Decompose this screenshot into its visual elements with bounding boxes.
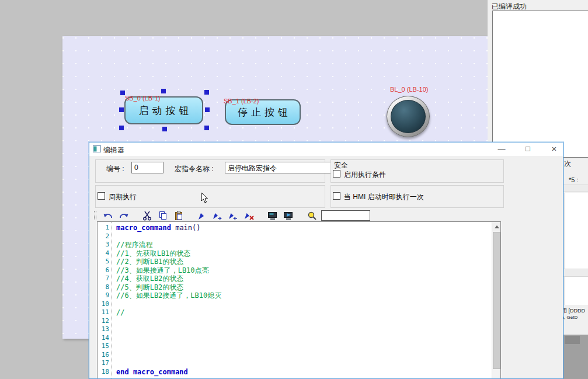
edge-text-fragment: 次 bbox=[564, 159, 571, 169]
dialog-icon bbox=[93, 145, 101, 152]
macro-editor-dialog: 编辑器 — □ × 编号 : 0 宏指令名称 : 启停电路宏指令 安全 启用执行… bbox=[89, 142, 563, 379]
selection-handle[interactable] bbox=[119, 107, 124, 112]
macro-name-input[interactable]: 启停电路宏指令 bbox=[225, 162, 339, 173]
object-tag-sb1: SB_1 (LB-2) bbox=[224, 98, 259, 105]
minimize-button[interactable]: — bbox=[491, 142, 512, 156]
startup-label: 当 HMI 启动时即执行一次 bbox=[344, 192, 424, 202]
code-line: 2 bbox=[98, 232, 491, 241]
enable-condition-label: 启用执行条件 bbox=[344, 170, 386, 180]
bookmark-next-icon[interactable] bbox=[211, 210, 224, 221]
canvas-button-stop-label: 停止按钮 bbox=[238, 106, 291, 119]
indicator-lamp[interactable] bbox=[387, 96, 430, 137]
code-line: 1macro_command main() bbox=[98, 224, 491, 232]
code-line: 13 bbox=[98, 325, 491, 334]
panel-divider bbox=[563, 269, 588, 277]
selection-handle[interactable] bbox=[161, 89, 166, 93]
cut-icon[interactable] bbox=[141, 210, 154, 221]
code-line: 10 bbox=[98, 300, 491, 309]
enable-condition-checkbox[interactable] bbox=[333, 170, 340, 178]
periodic-label: 周期执行 bbox=[109, 192, 137, 202]
object-tag-sb0: SB_0 (LB-1) bbox=[125, 95, 161, 102]
editor-toolbar bbox=[94, 208, 433, 222]
toolbar-grip[interactable] bbox=[94, 211, 96, 220]
scrollbar-thumb[interactable] bbox=[493, 232, 500, 369]
code-line: 12 bbox=[98, 317, 491, 326]
code-line: 18end macro_command bbox=[98, 368, 491, 377]
edge-text-fragment: *5 : bbox=[569, 176, 579, 183]
bookmark-toggle-icon[interactable] bbox=[196, 210, 208, 221]
code-line: 9//6、如果LB2接通了，LB10熄灭 bbox=[98, 291, 491, 300]
screen: 启动按钮 SB_0 (LB-1) 停止按钮 SB_1 (LB-2) BL_0 (… bbox=[0, 0, 588, 379]
code-line: 7//4、获取LB2的状态 bbox=[98, 274, 491, 283]
selection-handle[interactable] bbox=[204, 126, 209, 130]
paste-icon[interactable] bbox=[172, 210, 185, 221]
code-line: 3//程序流程 bbox=[98, 241, 491, 249]
compile-icon[interactable] bbox=[266, 210, 279, 221]
bookmark-clear-icon[interactable] bbox=[243, 210, 256, 221]
find-icon[interactable] bbox=[305, 210, 318, 221]
startup-checkbox[interactable] bbox=[333, 192, 340, 200]
selection-handle[interactable] bbox=[162, 127, 167, 131]
canvas-button-start-label: 启动按钮 bbox=[139, 104, 193, 117]
panel-divider bbox=[563, 185, 588, 192]
mouse-cursor-icon bbox=[201, 192, 209, 204]
macro-name-label: 宏指令名称 : bbox=[175, 164, 214, 174]
macro-id-label: 编号 : bbox=[106, 164, 124, 174]
find-input[interactable] bbox=[321, 210, 370, 221]
code-line: 16 bbox=[98, 351, 491, 360]
selection-handle[interactable] bbox=[205, 107, 210, 112]
workspace-scroll-corner bbox=[565, 336, 580, 344]
periodic-checkbox[interactable] bbox=[98, 192, 105, 200]
code-line: 15 bbox=[98, 342, 491, 351]
selection-handle[interactable] bbox=[119, 126, 124, 130]
code-line: 6//3、如果接通了，LB10点亮 bbox=[98, 266, 491, 275]
selection-handle[interactable] bbox=[204, 90, 209, 95]
code-line: 14 bbox=[98, 334, 491, 343]
code-line: 8//5、判断LB2的状态 bbox=[98, 283, 491, 292]
indicator-lamp-lens bbox=[391, 100, 426, 133]
code-line: 17 bbox=[98, 359, 491, 368]
editor-scrollbar[interactable] bbox=[492, 222, 500, 378]
scrollbar-up-icon[interactable] bbox=[492, 222, 501, 231]
code-line: 5//2、判断LB1的状态 bbox=[98, 258, 491, 266]
macro-id-input[interactable]: 0 bbox=[131, 162, 163, 173]
panel-listbox bbox=[565, 193, 588, 269]
selection-handle[interactable] bbox=[120, 91, 125, 95]
edge-text-fragment: 用 [DDDD bbox=[562, 307, 585, 315]
code-line: 4//1、先获取LB1的状态 bbox=[98, 249, 491, 258]
execute-icon[interactable] bbox=[282, 210, 295, 221]
maximize-button[interactable]: □ bbox=[517, 142, 538, 156]
panel-listbox bbox=[565, 277, 588, 305]
macro-code-editor[interactable]: 1macro_command main()23//程序流程4//1、先获取LB1… bbox=[97, 221, 501, 379]
dialog-titlebar[interactable]: 编辑器 — □ × bbox=[89, 142, 563, 156]
redo-icon[interactable] bbox=[117, 210, 130, 221]
compile-message-list[interactable] bbox=[492, 11, 588, 158]
code-line: 11// bbox=[98, 308, 491, 317]
security-group-label: 安全 bbox=[334, 161, 348, 171]
bookmark-prev-icon[interactable] bbox=[227, 210, 240, 221]
undo-icon[interactable] bbox=[102, 210, 114, 221]
dialog-title: 编辑器 bbox=[103, 145, 124, 155]
object-tag-bl0: BL_0 (LB-10) bbox=[390, 86, 428, 93]
close-button[interactable]: × bbox=[544, 142, 563, 156]
copy-icon[interactable] bbox=[156, 210, 169, 221]
code-lines: 1macro_command main()23//程序流程4//1、先获取LB1… bbox=[98, 224, 491, 376]
